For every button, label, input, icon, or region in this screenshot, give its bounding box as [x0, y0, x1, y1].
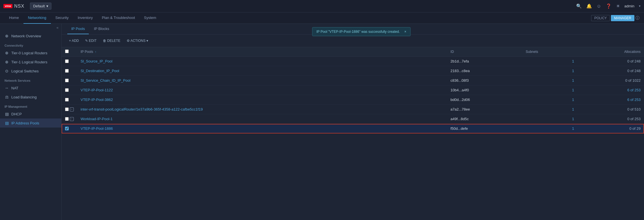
select-all-checkbox[interactable] — [65, 49, 69, 53]
row-checkbox[interactable] — [65, 79, 69, 82]
row-allocations: 0 of 1022 — [578, 76, 644, 85]
row-id: a49f...8d5c — [447, 114, 522, 124]
row-checkbox[interactable] — [65, 98, 69, 102]
delete-button[interactable]: 🗑 DELETE — [100, 37, 123, 44]
row-name[interactable]: Sl_Destination_IP_Pool — [77, 66, 447, 76]
row-checkbox[interactable] — [65, 88, 69, 92]
row-allocations: 0 of 29 — [578, 124, 644, 133]
row-allocations: 6 of 253 — [578, 95, 644, 105]
top-bar: vmw NSX Default ▾ 🔍 🔔 ☺ ❓ ☀ admin ▾ — [0, 0, 644, 12]
row-subnets: 1 — [522, 95, 577, 105]
sort-icon[interactable]: ↑ — [95, 50, 96, 53]
row-checkbox-cell — [62, 95, 77, 105]
info-icon[interactable]: ⓘ — [636, 16, 639, 21]
tier0-icon: ⊕ — [5, 51, 9, 55]
user-face-icon[interactable]: ☺ — [597, 4, 601, 9]
sidebar-item-ip-address-pools[interactable]: ▤ IP Address Pools — [0, 118, 61, 128]
sidebar: « ⊕ Network Overview Connectivity ⊕ Tier… — [0, 24, 62, 220]
row-checkbox-cell — [62, 57, 77, 66]
toolbar: + ADD ✎ EDIT 🗑 DELETE ⚙ ACTIONS ▾ — [62, 34, 644, 47]
sidebar-label-tier0: Tier-0 Logical Routers — [11, 51, 47, 55]
row-name[interactable]: VTEP-IP-Pool-3862 — [77, 95, 447, 105]
sidebar-item-dhcp[interactable]: ▤ DHCP — [0, 109, 61, 118]
row-checkbox[interactable] — [65, 59, 69, 63]
nav-plan-troubleshoot[interactable]: Plan & Troubleshoot — [97, 12, 139, 24]
notification-close-button[interactable]: × — [404, 30, 406, 34]
row-name[interactable]: Workload-IP-Pool-1 — [77, 114, 447, 124]
sidebar-label-load-balancing: Load Balancing — [11, 95, 37, 99]
search-icon[interactable]: 🔍 — [576, 3, 582, 9]
sidebar-item-tier1[interactable]: ⊕ Tier-1 Logical Routers — [0, 57, 61, 66]
sidebar-item-load-balancing[interactable]: ⚖ Load Balancing — [0, 92, 61, 102]
app-name: NSX — [14, 4, 24, 9]
chevron-down-icon: ▾ — [46, 4, 48, 8]
nav-bar: Home Networking Security Inventory Plan … — [0, 12, 644, 24]
nav-networking[interactable]: Networking — [23, 12, 51, 24]
sidebar-item-network-overview[interactable]: ⊕ Network Overview — [0, 31, 61, 40]
row-subnets: 1 — [522, 57, 577, 66]
add-button[interactable]: + ADD — [66, 37, 82, 44]
row-id: 2183...c8ea — [447, 66, 522, 76]
row-name[interactable]: Sl_Source_IP_Pool — [77, 57, 447, 66]
row-name[interactable]: Sl_Service_Chain_ID_IP_Pool — [77, 76, 447, 85]
sidebar-collapse-button[interactable]: « — [0, 24, 61, 31]
sidebar-label-nat: NAT — [11, 86, 18, 90]
row-checkbox-cell: − — [62, 114, 77, 124]
sidebar-section-ip-management: IP Management — [0, 102, 61, 109]
minus-icon: − — [70, 117, 74, 121]
sidebar-item-logical-switches[interactable]: ⊙ Logical Switches — [0, 66, 61, 76]
policy-mode-button[interactable]: POLICY — [591, 15, 610, 21]
actions-button[interactable]: ⚙ ACTIONS ▾ — [124, 37, 151, 44]
edit-button[interactable]: ✎ EDIT — [82, 37, 100, 44]
table-body: Sl_Source_IP_Pool2b1d...7efa10 of 248Sl_… — [62, 57, 644, 133]
row-checkbox-cell: − — [62, 105, 77, 114]
nav-mode-buttons: POLICY MANAGER ⓘ — [591, 15, 639, 21]
theme-icon[interactable]: ☀ — [616, 3, 620, 9]
tab-ip-blocks[interactable]: IP Blocks — [90, 24, 113, 34]
header-id: ID — [447, 47, 522, 57]
tab-ip-pools[interactable]: IP Pools — [67, 24, 89, 34]
row-id: 10b4...a4f0 — [447, 85, 522, 95]
row-allocations: 6 of 253 — [578, 85, 644, 95]
header-ip-pools: IP Pools ↑ — [77, 47, 447, 57]
table-row: −inter-vrf-transit-poolLogicalRouter/1e3… — [62, 105, 644, 114]
sidebar-section-network-services: Network Services — [0, 76, 61, 83]
notifications-icon[interactable]: 🔔 — [586, 3, 592, 9]
row-allocations: 0 of 510 — [578, 105, 644, 114]
success-notification: IP Pool "VTEP-IP-Pool-1886" was successf… — [312, 27, 410, 36]
row-id: f50d...defe — [447, 124, 522, 133]
row-subnets: 1 — [522, 105, 577, 114]
row-id: 2b1d...7efa — [447, 57, 522, 66]
row-checkbox[interactable] — [65, 107, 69, 111]
row-subnets: 1 — [522, 124, 577, 133]
row-allocations: 0 of 253 — [578, 114, 644, 124]
admin-menu[interactable]: admin — [624, 4, 634, 8]
row-name[interactable]: VTEP-IP-Pool-1122 — [77, 85, 447, 95]
ip-pools-column-label: IP Pools — [81, 50, 93, 54]
manager-mode-button[interactable]: MANAGER — [611, 15, 634, 21]
app-logo: vmw NSX — [3, 4, 24, 9]
notification-text: IP Pool "VTEP-IP-Pool-1886" was successf… — [316, 30, 400, 34]
nav-security[interactable]: Security — [51, 12, 73, 24]
row-name[interactable]: VTEP-IP-Pool-1886 — [77, 124, 447, 133]
nav-inventory[interactable]: Inventory — [73, 12, 97, 24]
sidebar-label-tier1: Tier-1 Logical Routers — [11, 60, 47, 64]
sidebar-item-nat[interactable]: ↔ NAT — [0, 83, 61, 92]
table-row: VTEP-IP-Pool-112210b4...a4f016 of 253 — [62, 85, 644, 95]
tier1-icon: ⊕ — [5, 60, 9, 64]
row-subnets: 1 — [522, 114, 577, 124]
sidebar-item-tier0[interactable]: ⊕ Tier-0 Logical Routers — [0, 48, 61, 57]
ip-pools-table-wrapper: IP Pools ↑ ID Subnets Allocations Sl_Sou… — [62, 47, 644, 220]
environment-selector[interactable]: Default ▾ — [30, 3, 51, 10]
nav-system[interactable]: System — [139, 12, 161, 24]
row-checkbox[interactable] — [65, 127, 69, 130]
table-row: Sl_Service_Chain_ID_IP_Poolc836...08f310… — [62, 76, 644, 85]
row-checkbox[interactable] — [65, 117, 69, 121]
row-name[interactable]: inter-vrf-transit-poolLogicalRouter/1e37… — [77, 105, 447, 114]
nav-home[interactable]: Home — [5, 12, 23, 24]
row-checkbox[interactable] — [65, 69, 69, 73]
vmw-badge: vmw — [3, 4, 12, 8]
help-icon[interactable]: ❓ — [606, 3, 611, 9]
sidebar-section-connectivity: Connectivity — [0, 40, 61, 48]
ip-pools-icon: ▤ — [5, 121, 9, 125]
